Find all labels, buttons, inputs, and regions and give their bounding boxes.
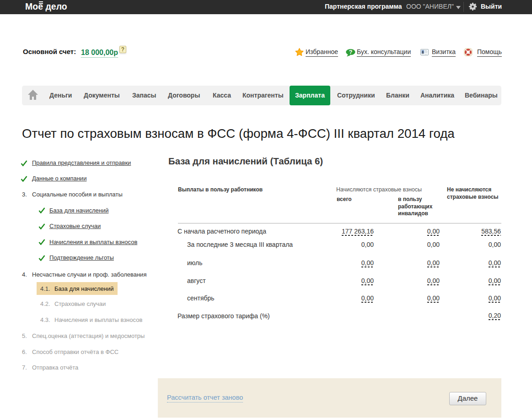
svg-text:?: ? bbox=[349, 49, 353, 55]
